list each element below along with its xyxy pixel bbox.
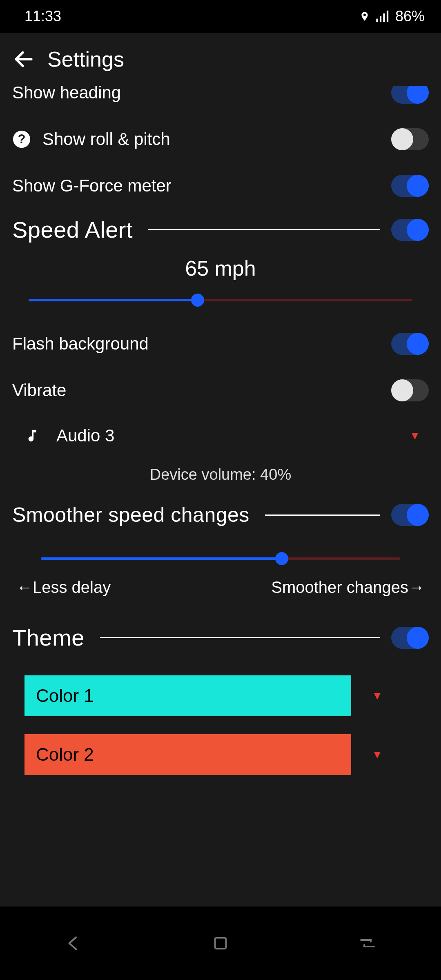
color-2-label: Color 2 xyxy=(36,744,94,765)
row-color-1[interactable]: Color 1 ▼ xyxy=(0,670,441,721)
toggle-show-roll-pitch[interactable] xyxy=(391,128,429,150)
row-color-2[interactable]: Color 2 ▼ xyxy=(0,729,441,780)
smoother-slider[interactable] xyxy=(41,550,400,567)
battery-text: 86% xyxy=(395,8,425,25)
smoother-labels: ←Less delay Smoother changes→ xyxy=(0,567,441,605)
back-icon[interactable] xyxy=(12,48,35,71)
signal-icon xyxy=(376,10,390,22)
system-nav-bar xyxy=(0,906,441,980)
color-1-swatch[interactable]: Color 1 xyxy=(24,675,351,716)
page-title: Settings xyxy=(47,47,124,71)
divider xyxy=(148,229,380,230)
speed-alert-slider[interactable] xyxy=(29,292,412,308)
svg-rect-8 xyxy=(215,938,226,949)
svg-rect-2 xyxy=(383,13,385,22)
toggle-show-gforce[interactable] xyxy=(391,175,429,197)
audio-label: Audio 3 xyxy=(56,426,114,445)
less-delay-label: ←Less delay xyxy=(16,578,111,597)
row-audio[interactable]: Audio 3 ▼ xyxy=(0,414,441,458)
section-speed-alert: Speed Alert xyxy=(0,209,441,250)
toggle-show-heading[interactable] xyxy=(391,86,429,104)
row-vibrate: Vibrate xyxy=(0,367,441,414)
speed-alert-title: Speed Alert xyxy=(12,216,133,243)
settings-content[interactable]: Show heading ? Show roll & pitch Show G-… xyxy=(0,86,441,906)
nav-back-button[interactable] xyxy=(61,931,86,956)
smoother-title: Smoother speed changes xyxy=(12,503,249,527)
device-volume-text: Device volume: 40% xyxy=(0,458,441,496)
toggle-smoother[interactable] xyxy=(391,504,429,526)
row-show-roll-pitch: ? Show roll & pitch xyxy=(0,116,441,163)
divider xyxy=(265,514,380,516)
help-icon[interactable]: ? xyxy=(12,130,31,149)
svg-rect-3 xyxy=(387,11,388,22)
status-time: 11:33 xyxy=(24,8,61,25)
location-icon xyxy=(359,9,370,23)
svg-text:?: ? xyxy=(18,132,26,146)
show-heading-label: Show heading xyxy=(12,86,121,102)
vibrate-label: Vibrate xyxy=(12,381,66,400)
chevron-down-icon: ▼ xyxy=(409,429,421,442)
music-note-icon xyxy=(24,426,40,445)
section-theme: Theme xyxy=(0,617,441,658)
row-flash-background: Flash background xyxy=(0,321,441,367)
nav-home-button[interactable] xyxy=(208,931,233,956)
svg-rect-0 xyxy=(376,19,378,22)
smoother-changes-label: Smoother changes→ xyxy=(271,578,425,597)
speed-alert-value: 65 mph xyxy=(0,250,441,292)
status-right: 86% xyxy=(359,8,425,25)
toggle-theme[interactable] xyxy=(391,627,429,649)
app-bar: Settings xyxy=(0,33,441,86)
divider xyxy=(100,637,380,638)
chevron-down-icon: ▼ xyxy=(372,748,383,761)
row-show-heading: Show heading xyxy=(0,86,441,116)
section-smoother: Smoother speed changes xyxy=(0,496,441,534)
show-gforce-label: Show G-Force meter xyxy=(12,176,172,196)
nav-recents-button[interactable] xyxy=(355,931,380,956)
status-bar: 11:33 86% xyxy=(0,0,441,33)
toggle-vibrate[interactable] xyxy=(391,379,429,401)
show-roll-pitch-label: Show roll & pitch xyxy=(42,129,170,149)
svg-rect-1 xyxy=(380,16,381,22)
theme-title: Theme xyxy=(12,624,85,651)
row-show-gforce: Show G-Force meter xyxy=(0,163,441,209)
flash-background-label: Flash background xyxy=(12,334,149,354)
color-2-swatch[interactable]: Color 2 xyxy=(24,734,351,775)
toggle-flash-background[interactable] xyxy=(391,333,429,355)
color-1-label: Color 1 xyxy=(36,686,94,706)
chevron-down-icon: ▼ xyxy=(372,689,383,702)
toggle-speed-alert[interactable] xyxy=(391,219,429,241)
